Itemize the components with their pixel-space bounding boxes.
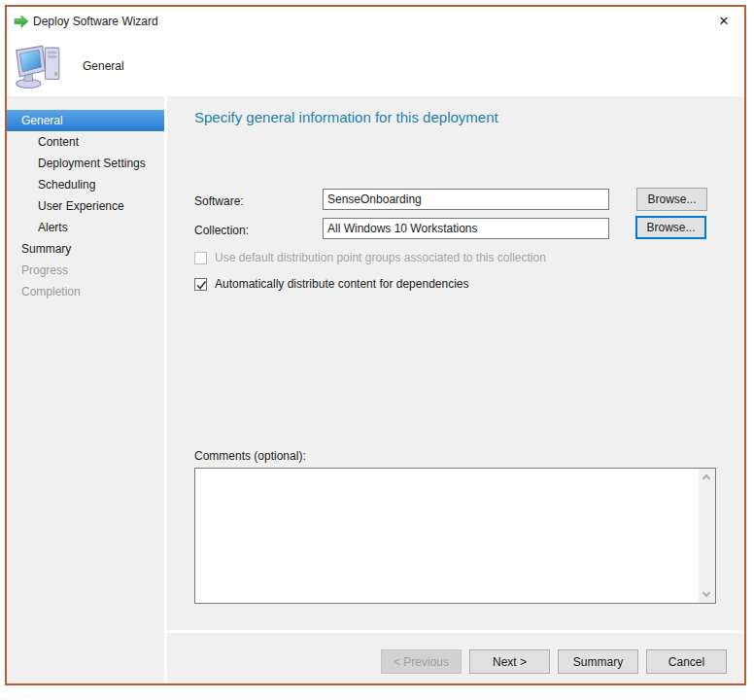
software-label: Software:	[194, 194, 244, 208]
next-button[interactable]: Next >	[469, 649, 550, 674]
default-dp-checkbox-label: Use default distribution point groups as…	[215, 251, 546, 264]
sidebar-item-deployment-settings[interactable]: Deployment Settings	[7, 153, 164, 174]
collection-label: Collection:	[194, 224, 249, 237]
previous-button: < Previous	[381, 649, 462, 674]
wizard-header: General	[7, 36, 744, 96]
deploy-software-wizard-window: Deploy Software Wizard ✕ General General…	[5, 5, 746, 685]
sidebar-item-summary[interactable]: Summary	[7, 238, 164, 260]
page-heading: Specify general information for this dep…	[194, 109, 498, 125]
title-bar: Deploy Software Wizard ✕	[7, 7, 744, 36]
wizard-page-name: General	[83, 59, 124, 73]
cancel-button[interactable]: Cancel	[646, 649, 727, 674]
auto-distribute-checkbox-label: Automatically distribute content for dep…	[215, 277, 469, 291]
sidebar-item-alerts[interactable]: Alerts	[7, 217, 164, 238]
green-arrow-icon	[14, 15, 29, 28]
window-title: Deploy Software Wizard	[33, 15, 158, 28]
general-page: Specify general information for this dep…	[167, 96, 744, 630]
sidebar-item-scheduling[interactable]: Scheduling	[7, 174, 164, 195]
scroll-up-icon[interactable]	[699, 469, 715, 485]
auto-distribute-checkbox-row[interactable]: Automatically distribute content for dep…	[194, 277, 469, 291]
default-dp-checkbox	[194, 252, 207, 264]
sidebar-item-progress: Progress	[7, 260, 164, 281]
wizard-steps-sidebar: General Content Deployment Settings Sche…	[7, 96, 164, 683]
comments-scrollbar[interactable]	[699, 469, 715, 603]
computer-icon	[14, 42, 66, 90]
comments-textarea[interactable]	[195, 469, 699, 603]
auto-distribute-checkbox[interactable]	[194, 278, 207, 291]
check-icon	[195, 279, 208, 292]
sidebar-item-general[interactable]: General	[7, 110, 164, 131]
sidebar-item-user-experience[interactable]: User Experience	[7, 195, 164, 217]
close-icon[interactable]: ✕	[713, 11, 735, 32]
collection-input[interactable]	[323, 218, 609, 239]
software-browse-button[interactable]: Browse...	[636, 188, 707, 211]
sidebar-item-completion: Completion	[7, 281, 164, 302]
comments-label: Comments (optional):	[194, 449, 306, 463]
comments-field-frame	[194, 468, 716, 604]
scroll-down-icon[interactable]	[699, 586, 715, 603]
wizard-button-bar: < Previous Next > Summary Cancel	[167, 633, 744, 683]
collection-browse-button[interactable]: Browse...	[635, 216, 706, 239]
sidebar-item-content[interactable]: Content	[7, 131, 164, 153]
default-dp-checkbox-row: Use default distribution point groups as…	[194, 251, 546, 264]
software-input[interactable]	[323, 189, 609, 210]
summary-button[interactable]: Summary	[558, 649, 638, 674]
